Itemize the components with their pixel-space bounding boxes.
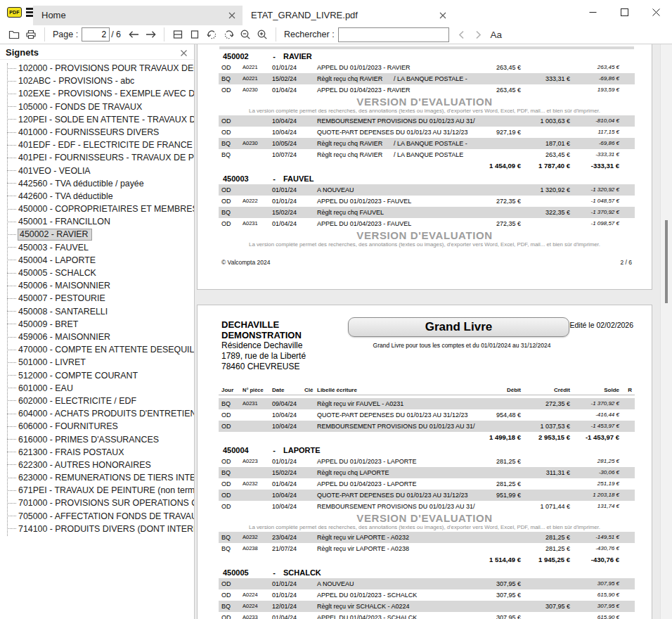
close-button[interactable]: [640, 0, 672, 24]
bookmark-item[interactable]: 705000 - AFFECTATION FONDS DE TRAVAUX: [7, 510, 194, 523]
print-button[interactable]: [22, 27, 39, 43]
search-input[interactable]: [338, 27, 449, 42]
previous-page-button[interactable]: [125, 27, 142, 43]
bookmark-item[interactable]: 714100 - PRODUITS DIVERS (DONT INTERETS …: [7, 523, 194, 535]
pdf-logo[interactable]: PDF: [7, 7, 22, 18]
cell-libelle: Règlt reçu vir SCHALCK - A0224: [317, 601, 455, 612]
cell-libelle: Règlt reçu chq RAVIER/ LA BANQUE POSTALE: [317, 149, 455, 160]
rotate-cw-button[interactable]: [220, 27, 237, 43]
bookmark-label: 120PEI - SOLDE EN ATTENTE - TRAVAUX DE P…: [18, 115, 195, 125]
cell-libelle: APPEL DU 01/01/2023 - FAUVEL: [317, 196, 455, 207]
bookmark-item[interactable]: 604000 - ACHATS PRODUITS D'ENTRETIEN ET …: [7, 407, 194, 420]
bookmark-item[interactable]: 623000 - REMUNERATIONS DE TIERS INTERVEN…: [7, 471, 194, 484]
bookmark-item[interactable]: 102000 - PROVISIONS POUR TRAVAUX DECIDES: [7, 62, 194, 75]
fit-width-button[interactable]: [169, 27, 186, 43]
scrollbar-thumb[interactable]: [665, 220, 668, 303]
cell-solde: -1 453,97 €: [570, 421, 619, 432]
maximize-button[interactable]: [609, 0, 640, 24]
cell-piece: [243, 432, 272, 443]
bookmark-item[interactable]: 450003 - FAUVEL: [7, 241, 194, 254]
cell-piece: A0238: [243, 543, 272, 554]
cell-r: [619, 398, 632, 409]
tree-connector-icon: [7, 490, 16, 491]
bookmark-item[interactable]: 450008 - SANTARELLI: [7, 305, 194, 318]
bookmark-item[interactable]: 442560 - TVA déductible / payée: [7, 177, 194, 190]
bookmark-item[interactable]: 602000 - ELECTRICITE / EDF: [7, 395, 194, 407]
search-next-button[interactable]: [470, 27, 487, 43]
section-dash: -: [265, 173, 283, 184]
cell-date: 10/04/24: [272, 115, 304, 127]
tree-connector-icon: [7, 273, 16, 274]
cell-date: 01/04/24: [272, 612, 304, 619]
cell-piece: A0222: [243, 196, 272, 207]
bookmark-item[interactable]: 501000 - LIVRET: [7, 356, 194, 369]
bookmark-item[interactable]: 459006 - MAISONNIER: [7, 331, 194, 343]
bookmark-item[interactable]: 450005 - SCHALCK: [7, 267, 194, 279]
cell-credit: 1 787,40 €: [521, 160, 570, 172]
cell-libelle: APPEL DU 01/01/2023 - RAVIER: [317, 62, 455, 73]
cell-jour: OD: [221, 127, 243, 138]
search-previous-button[interactable]: [453, 27, 470, 43]
tab-document[interactable]: ETAT_GRAND_LIVRE.pdf: [243, 6, 453, 25]
cell-cle: [304, 467, 317, 478]
bookmark-item[interactable]: 671PEI - TRAVAUX DE PEINTURE (non termin…: [7, 484, 194, 497]
bookmark-item[interactable]: 622300 - AUTRES HONORAIRES: [7, 459, 194, 471]
cell-debit: 272,35 €: [455, 218, 521, 229]
cell-piece: [243, 578, 272, 589]
bookmark-item[interactable]: 102EXE - PROVISIONS - EXEMPLE AVEC DIAGR…: [7, 87, 194, 100]
bookmark-item[interactable]: 512000 - COMPTE COURANT: [7, 369, 194, 382]
zoom-in-button[interactable]: [254, 27, 271, 43]
bookmark-item[interactable]: 450001 - FRANCILLON: [7, 215, 194, 228]
bookmark-item[interactable]: 601000 - EAU: [7, 382, 194, 395]
tree-connector-icon: [7, 196, 16, 196]
close-tab-icon[interactable]: [439, 11, 447, 20]
fit-page-button[interactable]: [186, 27, 203, 43]
bookmark-item[interactable]: 105000 - FONDS DE TRAVAUX: [7, 101, 194, 113]
close-tab-icon[interactable]: [228, 11, 236, 20]
bookmark-item[interactable]: 616000 - PRIMES D'ASSURANCES: [7, 433, 194, 445]
bookmark-item[interactable]: 621300 - FRAIS POSTAUX: [7, 446, 194, 459]
bookmark-item[interactable]: 401VEO - VEOLIA: [7, 165, 194, 177]
bookmark-item[interactable]: 450000 - COPROPRIETAIRES ET MEMBRES CONS: [7, 203, 194, 215]
section-code: 450005: [221, 567, 265, 578]
bookmark-item[interactable]: 450004 - LAPORTE: [7, 254, 194, 267]
tab-home[interactable]: Home: [33, 6, 243, 25]
section-dash: -: [265, 567, 283, 578]
bookmark-item[interactable]: 470000 - COMPTE EN ATTENTE DESEQUILIBRE: [7, 343, 194, 356]
bookmark-item[interactable]: 401000 - FOURNISSEURS DIVERS: [7, 126, 194, 139]
bookmark-item[interactable]: 450002 - RAVIER: [7, 228, 194, 241]
report-subtitle: Grand Livre pour tous les comptes et du …: [303, 342, 621, 349]
open-file-button[interactable]: [6, 27, 22, 43]
bookmark-item[interactable]: 450007 - PESTOURIE: [7, 292, 194, 305]
bookmark-item[interactable]: 450006 - MAISONNIER: [7, 279, 194, 292]
bookmark-item[interactable]: 450009 - BRET: [7, 318, 194, 331]
bookmark-item[interactable]: 701000 - PROVISIONS SUR OPERATIONS COURA: [7, 497, 194, 509]
cell-r: [619, 207, 632, 218]
close-panel-icon[interactable]: [179, 49, 188, 57]
minimize-button[interactable]: [577, 0, 609, 24]
cell-r: [619, 62, 632, 73]
evaluation-watermark: VERSION D'EVALUATIONLa version complète …: [198, 512, 652, 532]
cell-libelle: A NOUVEAU: [317, 578, 455, 589]
page-number-input[interactable]: [82, 27, 110, 42]
cell-jour: OD: [221, 456, 243, 467]
rotate-ccw-button[interactable]: [203, 27, 220, 43]
zoom-out-button[interactable]: [237, 27, 254, 43]
document-view[interactable]: 450002-RAVIERODA022101/01/24APPEL DU 01/…: [195, 44, 672, 619]
next-page-button[interactable]: [142, 27, 159, 43]
cell-debit: [455, 467, 521, 478]
bookmark-item[interactable]: 102ABC - PROVISIONS - abc: [7, 75, 194, 87]
ledger-row: OD10/04/24QUOTE-PART DEPENSES DU 01/01/2…: [219, 409, 635, 421]
match-case-button[interactable]: Aa: [487, 29, 506, 41]
cell-solde: -149,51 €: [570, 532, 619, 543]
cell-cle: [304, 84, 317, 96]
vertical-scrollbar[interactable]: [660, 44, 672, 619]
cell-libelle: [317, 160, 455, 172]
cell-r: [619, 432, 632, 443]
bookmark-item[interactable]: 401PEI - FOURNISSEURS - TRAVAUX DE PEINT…: [7, 151, 194, 164]
bookmark-item[interactable]: 442600 - TVA déductible: [7, 190, 194, 203]
cell-credit: 272,35 €: [521, 398, 570, 409]
bookmark-item[interactable]: 401EDF - EDF - ELECTRICITE DE FRANCE: [7, 139, 194, 151]
bookmark-item[interactable]: 120PEI - SOLDE EN ATTENTE - TRAVAUX DE P…: [7, 113, 194, 126]
bookmark-item[interactable]: 606000 - FOURNITURES: [7, 420, 194, 433]
